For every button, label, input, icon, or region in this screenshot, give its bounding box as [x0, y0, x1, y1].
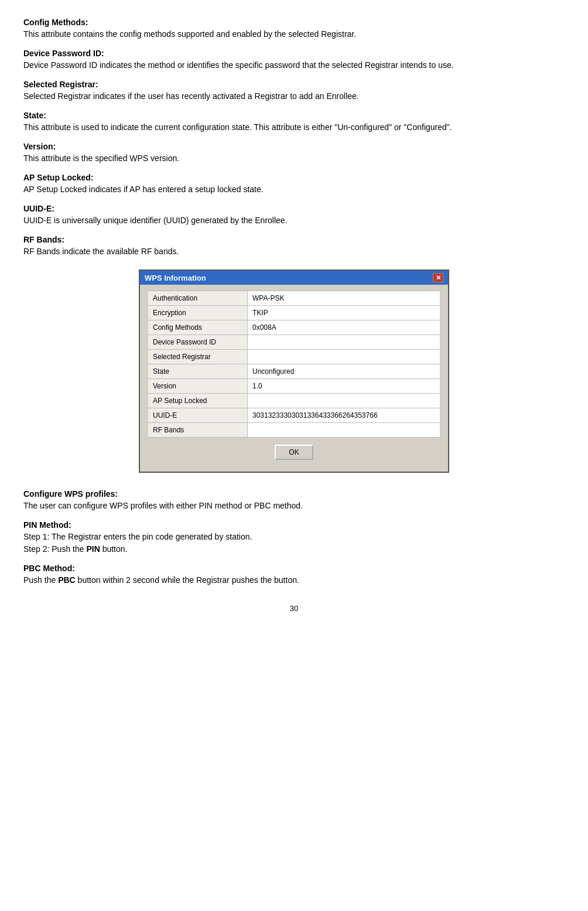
section-title-uuid-e: UUID-E:	[23, 204, 565, 213]
dialog-row-value	[248, 339, 440, 345]
dialog-row-label: Version	[148, 379, 248, 393]
dialog-row-value: WPA-PSK	[248, 291, 440, 305]
section-title-selected-registrar: Selected Registrar:	[23, 80, 565, 89]
section-body-uuid-e: UUID-E is universally unique identifier …	[23, 214, 565, 227]
pin-bold: PIN	[86, 544, 100, 554]
section-body-device-password-id: Device Password ID indicates the method …	[23, 59, 565, 71]
section-body-configure-wps-profiles: The user can configure WPS profiles with…	[23, 500, 565, 512]
wps-info-dialog: WPS Information ✕ AuthenticationWPA-PSKE…	[139, 269, 449, 473]
section-title-pin-method: PIN Method:	[23, 520, 565, 530]
dialog-row-value: 30313233303031336433366264353766	[248, 408, 440, 422]
section-title-version: Version:	[23, 142, 565, 151]
dialog-row: StateUnconfigured	[148, 364, 440, 379]
dialog-content: AuthenticationWPA-PSKEncryptionTKIPConfi…	[140, 285, 448, 472]
section-title-state: State:	[23, 111, 565, 120]
dialog-row-value: 0x008A	[248, 320, 440, 335]
section-state: State: This attribute is used to indicat…	[23, 111, 565, 134]
dialog-close-button[interactable]: ✕	[433, 273, 443, 282]
page-number: 30	[23, 604, 565, 613]
dialog-row-label: UUID-E	[148, 408, 248, 422]
section-title-config-methods: Config Methods:	[23, 18, 565, 27]
section-body-rf-bands: RF Bands indicate the available RF bands…	[23, 245, 565, 258]
pbc-bold: PBC	[58, 575, 76, 585]
section-pin-method: PIN Method: Step 1: The Registrar enters…	[23, 520, 565, 555]
section-body-config-methods: This attribute contains the config metho…	[23, 28, 565, 40]
dialog-rows-container: AuthenticationWPA-PSKEncryptionTKIPConfi…	[148, 291, 440, 438]
dialog-wrapper: WPS Information ✕ AuthenticationWPA-PSKE…	[23, 269, 565, 473]
dialog-row-value	[248, 427, 440, 433]
dialog-row-label: AP Setup Locked	[148, 394, 248, 408]
dialog-row: AuthenticationWPA-PSK	[148, 291, 440, 306]
dialog-row-label: Encryption	[148, 306, 248, 320]
section-body-selected-registrar: Selected Registrar indicates if the user…	[23, 90, 565, 103]
dialog-row-label: Selected Registrar	[148, 350, 248, 364]
dialog-row: AP Setup Locked	[148, 394, 440, 408]
dialog-title: WPS Information	[145, 274, 206, 282]
section-config-methods: Config Methods: This attribute contains …	[23, 18, 565, 40]
dialog-row: RF Bands	[148, 423, 440, 438]
dialog-row: EncryptionTKIP	[148, 306, 440, 320]
section-title-ap-setup-locked: AP Setup Locked:	[23, 173, 565, 182]
dialog-row-value	[248, 354, 440, 360]
section-ap-setup-locked: AP Setup Locked: AP Setup Locked indicat…	[23, 173, 565, 196]
dialog-row: Config Methods0x008A	[148, 320, 440, 335]
section-configure-wps-profiles: Configure WPS profiles: The user can con…	[23, 489, 565, 512]
section-body-ap-setup-locked: AP Setup Locked indicates if AP has ente…	[23, 183, 565, 196]
dialog-row-value: TKIP	[248, 306, 440, 320]
section-version: Version: This attribute is the specified…	[23, 142, 565, 165]
dialog-row-value	[248, 398, 440, 404]
section-title-configure-wps-profiles: Configure WPS profiles:	[23, 489, 565, 499]
section-title-device-password-id: Device Password ID:	[23, 49, 565, 58]
dialog-row-value: Unconfigured	[248, 364, 440, 378]
section-body-version: This attribute is the specified WPS vers…	[23, 152, 565, 165]
section-rf-bands: RF Bands: RF Bands indicate the availabl…	[23, 235, 565, 258]
section-pbc-method: PBC Method: Push the PBC button within 2…	[23, 564, 565, 586]
section-body-pin-method: Step 1: The Registrar enters the pin cod…	[23, 531, 565, 555]
dialog-footer: OK	[148, 438, 440, 466]
ok-button[interactable]: OK	[275, 445, 313, 460]
dialog-row-value: 1.0	[248, 379, 440, 393]
dialog-row: Device Password ID	[148, 335, 440, 350]
dialog-row-label: RF Bands	[148, 423, 248, 437]
section-title-rf-bands: RF Bands:	[23, 235, 565, 244]
section-device-password-id: Device Password ID: Device Password ID i…	[23, 49, 565, 71]
dialog-row: UUID-E30313233303031336433366264353766	[148, 408, 440, 423]
dialog-row-label: Authentication	[148, 291, 248, 305]
dialog-row-label: State	[148, 364, 248, 378]
dialog-row-label: Device Password ID	[148, 335, 248, 349]
section-uuid-e: UUID-E: UUID-E is universally unique ide…	[23, 204, 565, 227]
section-body-pbc-method: Push the PBC button within 2 second whil…	[23, 574, 565, 586]
dialog-row: Version1.0	[148, 379, 440, 394]
dialog-titlebar: WPS Information ✕	[140, 271, 448, 285]
dialog-row: Selected Registrar	[148, 350, 440, 364]
section-selected-registrar: Selected Registrar: Selected Registrar i…	[23, 80, 565, 103]
dialog-row-label: Config Methods	[148, 320, 248, 335]
section-title-pbc-method: PBC Method:	[23, 564, 565, 573]
section-body-state: This attribute is used to indicate the c…	[23, 121, 565, 134]
